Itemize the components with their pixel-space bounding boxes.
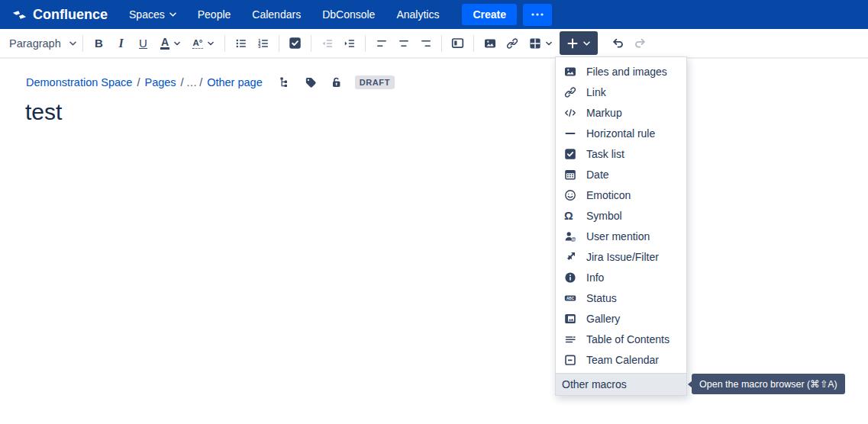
align-right-icon: [420, 37, 432, 50]
align-left-button[interactable]: [370, 32, 392, 55]
menu-item-table-of-contents[interactable]: Table of Contents: [556, 329, 686, 349]
breadcrumb: Demonstration Space / Pages / … / Other …: [26, 75, 395, 89]
menu-item-symbol[interactable]: Ω Symbol: [556, 205, 686, 226]
page-layout-button[interactable]: [447, 32, 469, 55]
menu-item-emoticon[interactable]: Emoticon: [556, 185, 686, 205]
chevron-down-icon: [583, 41, 590, 46]
top-navbar: Confluence Spaces People Calendars DbCon…: [0, 0, 868, 29]
macro-browser-tooltip: Open the macro browser (⌘⇧A): [692, 374, 845, 394]
insert-more-content-button[interactable]: [560, 31, 598, 55]
menu-item-jira-issue-filter[interactable]: Jira Issue/Filter: [556, 246, 686, 267]
chevron-down-icon: [69, 41, 76, 46]
image-icon: [564, 66, 576, 78]
outdent-icon: [321, 37, 334, 50]
nav-item-spaces[interactable]: Spaces: [129, 8, 176, 21]
undo-button[interactable]: [607, 32, 629, 55]
toolbar-divider: [279, 35, 279, 52]
menu-item-user-mention[interactable]: @ User mention: [556, 226, 686, 246]
gallery-icon: [564, 313, 576, 325]
nav-item-analytics[interactable]: Analytics: [396, 8, 439, 21]
labels-button[interactable]: [305, 76, 317, 88]
underline-button[interactable]: U: [132, 32, 154, 55]
chevron-down-icon: [546, 41, 552, 46]
table-icon: [529, 37, 541, 50]
breadcrumb-separator: /: [181, 76, 184, 88]
nav-item-people[interactable]: People: [198, 8, 231, 21]
svg-text:@: @: [571, 236, 576, 242]
breadcrumb-link-pages[interactable]: Pages: [144, 76, 176, 88]
omega-symbol-icon: Ω: [564, 210, 576, 222]
breadcrumb-separator: /: [137, 76, 140, 88]
draft-status-badge: DRAFT: [355, 75, 395, 89]
menu-item-other-macros[interactable]: Other macros: [556, 373, 686, 395]
link-icon: [564, 86, 576, 98]
breadcrumb-link-other-page[interactable]: Other page: [207, 76, 263, 88]
page-action-icons: [279, 76, 343, 88]
svg-text:ABC: ABC: [566, 296, 575, 300]
menu-item-horizontal-rule[interactable]: Horizontal rule: [556, 123, 686, 143]
editor-toolbar: Paragraph B I U A A° 123: [0, 29, 868, 59]
menu-item-link[interactable]: Link: [556, 82, 686, 102]
jira-icon: [564, 251, 576, 263]
menu-item-date[interactable]: Date: [556, 164, 686, 185]
calendar-icon: [564, 169, 576, 181]
more-formatting-button[interactable]: A°: [186, 32, 220, 55]
link-icon: [506, 37, 518, 50]
bullet-list-icon: [235, 37, 247, 50]
menu-item-task-list[interactable]: Task list: [556, 143, 686, 164]
confluence-logo[interactable]: Confluence: [12, 7, 108, 23]
page-tree-icon: [279, 76, 291, 88]
team-calendar-icon: [564, 354, 576, 366]
align-right-button[interactable]: [415, 32, 437, 55]
text-color-button[interactable]: A: [154, 32, 186, 55]
create-button[interactable]: Create: [462, 4, 517, 25]
toc-lines-icon: [564, 333, 576, 345]
chevron-down-icon: [169, 12, 176, 17]
italic-button[interactable]: I: [110, 32, 132, 55]
breadcrumb-separator: /: [199, 76, 202, 88]
breadcrumb-link-space[interactable]: Demonstration Space: [26, 76, 132, 88]
insert-image-button[interactable]: [479, 32, 501, 55]
menu-item-files-and-images[interactable]: Files and images: [556, 61, 686, 82]
horizontal-rule-icon: [564, 127, 576, 140]
toolbar-divider: [224, 35, 225, 52]
toolbar-divider: [473, 35, 474, 52]
page-tree-button[interactable]: [279, 76, 291, 88]
nav-more-button[interactable]: [523, 4, 552, 26]
menu-item-status[interactable]: ABC Status: [556, 287, 686, 308]
insert-link-button[interactable]: [501, 32, 523, 55]
menu-item-markup[interactable]: Markup: [556, 102, 686, 123]
info-circle-icon: [564, 271, 576, 284]
numbered-list-icon: 123: [257, 37, 269, 50]
align-left-icon: [376, 37, 388, 50]
menu-item-gallery[interactable]: Gallery: [556, 308, 686, 329]
bullet-list-button[interactable]: [230, 32, 252, 55]
redo-button: [629, 32, 651, 55]
toolbar-divider: [82, 35, 83, 52]
user-mention-icon: @: [564, 230, 576, 243]
bold-button[interactable]: B: [88, 32, 110, 55]
indent-icon: [344, 37, 356, 50]
toolbar-divider: [365, 35, 366, 52]
insert-table-button[interactable]: [523, 32, 558, 55]
breadcrumb-ellipsis[interactable]: …: [186, 76, 198, 88]
smiley-icon: [564, 189, 576, 201]
align-center-icon: [398, 37, 410, 50]
undo-icon: [611, 37, 624, 50]
numbered-list-button[interactable]: 123: [252, 32, 274, 55]
page-title-input[interactable]: test: [25, 99, 62, 125]
task-checkbox-icon: [564, 148, 576, 160]
toolbar-divider: [441, 35, 442, 52]
restrictions-button[interactable]: [331, 76, 343, 88]
paragraph-style-dropdown[interactable]: Paragraph: [6, 32, 78, 55]
align-center-button[interactable]: [392, 32, 415, 55]
indent-button[interactable]: [338, 32, 360, 55]
ellipsis-icon: [531, 13, 544, 16]
menu-item-info[interactable]: Info: [556, 267, 686, 287]
task-list-button[interactable]: [284, 32, 306, 55]
nav-item-dbconsole[interactable]: DbConsole: [322, 8, 375, 21]
menu-item-team-calendar[interactable]: Team Calendar: [556, 349, 686, 370]
nav-item-calendars[interactable]: Calendars: [252, 8, 301, 21]
plus-icon: [567, 38, 578, 49]
unlock-icon: [331, 76, 343, 88]
